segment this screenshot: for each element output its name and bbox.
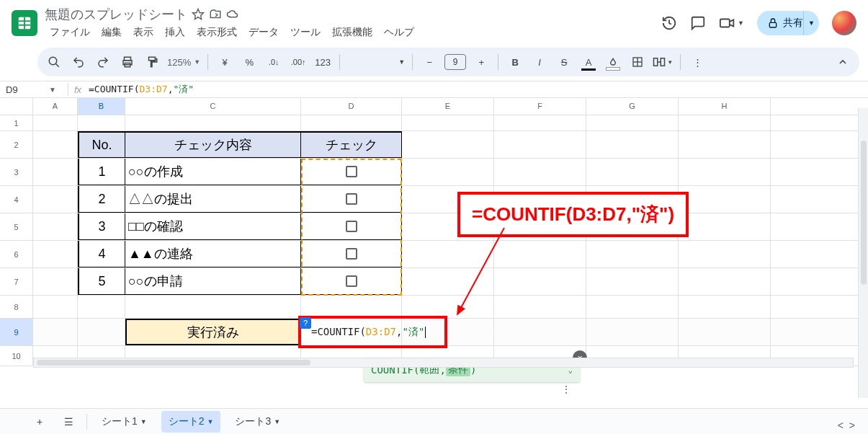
sum-label-cell[interactable]: 実行済み	[125, 319, 301, 345]
horizontal-scrollbar[interactable]	[33, 358, 854, 368]
sheets-logo[interactable]	[12, 10, 37, 36]
checkbox-cell[interactable]	[301, 213, 402, 240]
checkbox-cell[interactable]	[301, 186, 402, 213]
vertical-scrollbar[interactable]	[858, 108, 868, 398]
cloud-status-icon[interactable]	[226, 8, 239, 21]
checkbox-icon[interactable]	[346, 221, 357, 232]
table-cell[interactable]: ○○の申請	[125, 268, 301, 295]
col-header-H[interactable]: H	[679, 98, 771, 115]
redo-button[interactable]	[94, 53, 112, 71]
table-header-content[interactable]: チェック内容	[125, 131, 301, 158]
menu-format[interactable]: 表示形式	[192, 25, 242, 40]
row-header-8[interactable]: 8	[0, 296, 33, 318]
fill-color-button[interactable]	[604, 53, 622, 71]
table-cell[interactable]: ○○の作成	[125, 159, 301, 185]
paint-format-button[interactable]	[143, 53, 161, 71]
collapse-toolbar-icon[interactable]	[833, 53, 852, 71]
history-icon[interactable]	[661, 15, 677, 31]
menu-tools[interactable]: ツール	[285, 25, 326, 40]
avatar[interactable]	[832, 11, 856, 35]
menu-help[interactable]: ヘルプ	[379, 25, 419, 40]
col-header-D[interactable]: D	[301, 98, 402, 115]
table-header-no[interactable]: No.	[78, 131, 125, 158]
more-toolbar-icon[interactable]: ⋮	[688, 53, 707, 71]
col-header-F[interactable]: F	[494, 98, 586, 115]
all-sheets-button[interactable]: ☰	[58, 412, 79, 432]
menu-extensions[interactable]: 拡張機能	[327, 25, 377, 40]
table-cell[interactable]: □□の確認	[125, 213, 301, 240]
print-button[interactable]	[118, 53, 137, 71]
row-header-7[interactable]: 7	[0, 268, 33, 295]
increase-decimal-button[interactable]: .00↑	[289, 53, 308, 71]
chevron-down-icon[interactable]: ▼	[274, 418, 280, 425]
table-cell[interactable]: 4	[78, 241, 125, 267]
cell-formula-editor[interactable]: =COUNTIF(D3:D7,"済"	[304, 326, 426, 339]
col-header-B[interactable]: B	[78, 98, 125, 115]
search-icon[interactable]	[45, 53, 63, 71]
table-cell[interactable]: ▲▲の連絡	[125, 241, 301, 267]
table-header-check[interactable]: チェック	[301, 131, 402, 158]
formula-input[interactable]: =COUNTIF(D3:D7,"済"	[89, 83, 194, 96]
font-size-input[interactable]: 9	[444, 54, 466, 70]
add-sheet-button[interactable]: +	[29, 412, 50, 432]
bold-button[interactable]: B	[506, 53, 524, 71]
select-all-corner[interactable]	[0, 98, 33, 115]
checkbox-icon[interactable]	[346, 275, 357, 287]
table-cell[interactable]: 1	[78, 159, 125, 185]
more-icon[interactable]: ⋮	[561, 384, 571, 394]
star-icon[interactable]	[192, 8, 205, 21]
menu-file[interactable]: ファイル	[45, 25, 95, 40]
menu-view[interactable]: 表示	[128, 25, 158, 40]
chevron-down-icon[interactable]: ▼	[140, 418, 147, 425]
col-header-E[interactable]: E	[402, 98, 494, 115]
table-cell[interactable]: 3	[78, 213, 125, 240]
row-header-1[interactable]: 1	[0, 115, 33, 130]
sheet-tab-1[interactable]: シート1▼	[94, 411, 154, 433]
undo-button[interactable]	[69, 53, 88, 71]
merge-button[interactable]: ▼	[653, 53, 673, 71]
checkbox-cell[interactable]	[301, 159, 402, 185]
chevron-down-icon[interactable]: ▼	[207, 418, 214, 425]
table-cell[interactable]: △△の提出	[125, 186, 301, 213]
number-format-button[interactable]: 123	[313, 53, 332, 71]
increase-font-button[interactable]: +	[472, 53, 491, 71]
text-color-button[interactable]: A	[579, 53, 598, 71]
name-box[interactable]: D9	[6, 84, 49, 95]
tab-nav-right-icon[interactable]: >	[849, 420, 855, 431]
move-icon[interactable]	[209, 8, 222, 21]
currency-button[interactable]: ¥	[215, 53, 234, 71]
table-cell[interactable]: 5	[78, 268, 125, 295]
col-header-G[interactable]: G	[586, 98, 679, 115]
table-cell[interactable]: 2	[78, 186, 125, 213]
decrease-decimal-button[interactable]: .0↓	[264, 53, 283, 71]
checkbox-icon[interactable]	[346, 248, 357, 260]
menu-insert[interactable]: 挿入	[160, 25, 190, 40]
decrease-font-button[interactable]: −	[420, 53, 439, 71]
strikethrough-button[interactable]: S	[555, 53, 573, 71]
col-header-C[interactable]: C	[125, 98, 301, 115]
italic-button[interactable]: I	[530, 53, 549, 71]
col-header-A[interactable]: A	[33, 98, 78, 115]
percent-button[interactable]: %	[240, 53, 259, 71]
row-header-4[interactable]: 4	[0, 186, 33, 213]
zoom-select[interactable]: 125%▼	[167, 57, 200, 68]
checkbox-icon[interactable]	[346, 166, 357, 177]
checkbox-cell[interactable]	[301, 241, 402, 267]
spreadsheet-grid[interactable]: A B C D E F G H 1 2 No. チェック内容 チェック 3 1 …	[0, 98, 868, 394]
active-cell-d9[interactable]: ? =COUNTIF(D3:D7,"済"	[301, 319, 402, 345]
share-dropdown[interactable]: ▼	[803, 11, 819, 35]
tab-nav-left-icon[interactable]: <	[838, 420, 844, 431]
row-header-9[interactable]: 9	[0, 319, 33, 345]
meet-icon[interactable]: ▼	[719, 16, 744, 30]
row-header-6[interactable]: 6	[0, 241, 33, 267]
sheet-tab-3[interactable]: シート3▼	[228, 411, 287, 433]
row-header-2[interactable]: 2	[0, 131, 33, 158]
menu-data[interactable]: データ	[243, 25, 284, 40]
menu-edit[interactable]: 編集	[97, 25, 127, 40]
checkbox-cell[interactable]	[301, 268, 402, 295]
borders-button[interactable]	[628, 53, 647, 71]
name-box-dropdown-icon[interactable]: ▼	[49, 86, 56, 94]
row-header-5[interactable]: 5	[0, 213, 33, 240]
comments-icon[interactable]	[690, 15, 706, 31]
row-header-3[interactable]: 3	[0, 159, 33, 185]
